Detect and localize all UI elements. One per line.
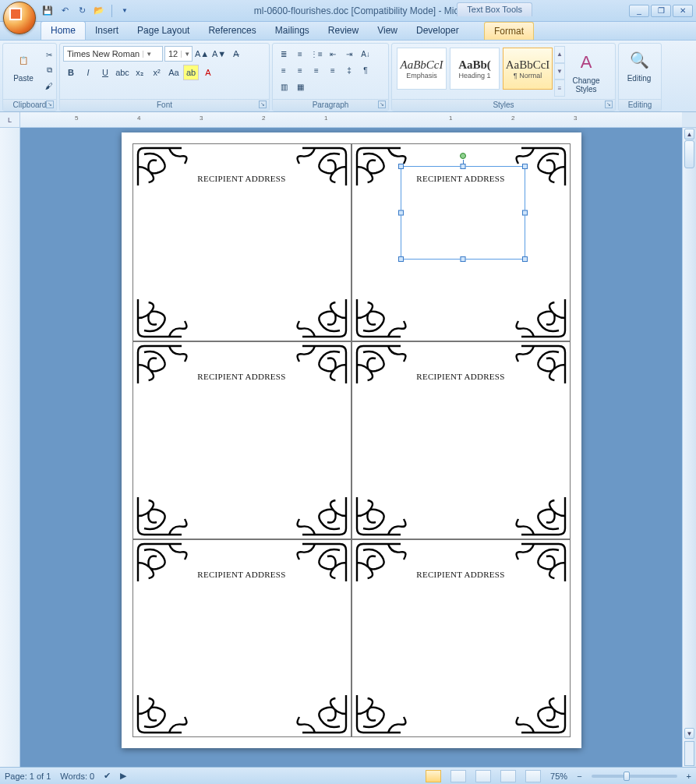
justify-button[interactable]: ≡ (325, 62, 341, 78)
horizontal-ruler[interactable]: 5 4 3 2 1 1 2 3 (20, 112, 682, 127)
zoom-value[interactable]: 75% (550, 772, 567, 781)
italic-button[interactable]: I (80, 65, 96, 80)
paragraph-dialog-icon[interactable]: ↘ (378, 101, 386, 108)
line-spacing-button[interactable]: ‡ (341, 62, 357, 78)
resize-handle[interactable] (398, 256, 404, 262)
status-words[interactable]: Words: 0 (60, 772, 94, 781)
scroll-down-button[interactable]: ▼ (684, 728, 694, 739)
editing-button[interactable]: 🔍 Editing (622, 46, 656, 84)
align-left-button[interactable]: ≡ (276, 62, 291, 78)
resize-handle[interactable] (398, 210, 404, 216)
align-center-button[interactable]: ≡ (292, 62, 308, 78)
decrease-indent-button[interactable]: ⇤ (325, 46, 341, 62)
zoom-out-button[interactable]: − (577, 772, 581, 781)
label-cell[interactable]: RECIPIENT ADDRESS (132, 539, 352, 737)
tab-mailings[interactable]: Mailings (266, 22, 319, 40)
tab-developer[interactable]: Developer (407, 22, 468, 40)
view-web-layout[interactable] (475, 770, 491, 782)
grow-font-button[interactable]: A▲ (194, 46, 210, 62)
tab-references[interactable]: References (199, 22, 265, 40)
scroll-up-button[interactable]: ▲ (684, 129, 694, 139)
zoom-slider[interactable] (592, 775, 677, 778)
label-cell[interactable]: RECIPIENT ADDRESS (132, 341, 352, 539)
style-heading1[interactable]: AaBb( Heading 1 (450, 48, 500, 90)
shrink-font-button[interactable]: A▼ (211, 46, 227, 62)
sort-button[interactable]: A↓ (358, 46, 373, 62)
resize-handle[interactable] (522, 210, 528, 216)
zoom-thumb[interactable] (624, 772, 630, 781)
office-button[interactable] (3, 2, 36, 34)
font-color-button[interactable]: A (200, 65, 216, 80)
paste-button[interactable]: 📋 Paste (6, 46, 41, 84)
clear-formatting-button[interactable]: A̶ (228, 46, 244, 62)
copy-button[interactable]: ⧉ (42, 63, 56, 77)
textbox-selection[interactable] (401, 166, 525, 260)
strikethrough-button[interactable]: abc (115, 65, 130, 80)
font-name-combo[interactable]: Times New Roman▼ (63, 46, 163, 62)
resize-handle[interactable] (522, 256, 528, 262)
browse-object-nav[interactable] (684, 741, 694, 766)
tab-home[interactable]: Home (41, 21, 86, 40)
bullets-button[interactable]: ≣ (276, 46, 291, 62)
macro-icon[interactable]: ▶ (120, 771, 126, 781)
resize-handle[interactable] (522, 164, 528, 169)
styles-scroll-down[interactable]: ▼ (554, 63, 565, 80)
tab-page-layout[interactable]: Page Layout (128, 22, 199, 40)
resize-handle[interactable] (460, 256, 465, 262)
show-marks-button[interactable]: ¶ (358, 62, 373, 78)
qat-customize-icon[interactable]: ▼ (118, 4, 132, 18)
close-button[interactable]: ✕ (673, 5, 693, 17)
zoom-in-button[interactable]: + (687, 772, 691, 781)
resize-handle[interactable] (460, 164, 465, 169)
tab-selector[interactable]: L (0, 112, 20, 127)
vertical-ruler[interactable] (0, 128, 20, 767)
tab-format[interactable]: Format (484, 22, 534, 40)
redo-icon[interactable]: ↻ (75, 4, 89, 18)
multilevel-button[interactable]: ⋮≡ (309, 46, 324, 62)
change-case-button[interactable]: Aa (166, 65, 182, 80)
document-area[interactable]: RECIPIENT ADDRESS RECIPIENT ADDRESS (20, 128, 682, 767)
scrollbar-thumb[interactable] (684, 140, 694, 168)
tab-review[interactable]: Review (319, 22, 368, 40)
label-cell-selected[interactable]: RECIPIENT ADDRESS (352, 143, 571, 341)
bold-button[interactable]: B (63, 65, 79, 80)
undo-icon[interactable]: ↶ (58, 4, 72, 18)
cut-button[interactable]: ✂ (42, 48, 56, 62)
save-icon[interactable]: 💾 (41, 4, 55, 18)
font-size-combo[interactable]: 12▼ (164, 46, 193, 62)
change-styles-button[interactable]: A Change Styles (565, 46, 607, 97)
align-right-button[interactable]: ≡ (309, 62, 324, 78)
styles-expand[interactable]: ≡ (554, 79, 565, 97)
styles-scroll-up[interactable]: ▲ (554, 46, 565, 63)
highlight-button[interactable]: ab (183, 65, 199, 80)
folder-icon[interactable]: 📂 (92, 4, 106, 18)
format-painter-button[interactable]: 🖌 (42, 79, 56, 93)
label-cell[interactable]: RECIPIENT ADDRESS (352, 341, 571, 539)
vertical-scrollbar[interactable]: ▲ ▼ (682, 128, 696, 767)
restore-button[interactable]: ❐ (651, 5, 671, 17)
numbering-button[interactable]: ≡ (292, 46, 308, 62)
clipboard-dialog-icon[interactable]: ↘ (46, 101, 54, 108)
borders-button[interactable]: ▦ (292, 79, 308, 94)
superscript-button[interactable]: x² (149, 65, 164, 80)
style-emphasis[interactable]: AaBbCcI Emphasis (397, 48, 447, 90)
shading-button[interactable]: ▥ (276, 79, 291, 94)
view-draft[interactable] (525, 770, 541, 782)
tab-view[interactable]: View (368, 22, 407, 40)
subscript-button[interactable]: x₂ (132, 65, 147, 80)
font-dialog-icon[interactable]: ↘ (259, 101, 267, 108)
status-page[interactable]: Page: 1 of 1 (5, 772, 51, 781)
resize-handle[interactable] (398, 164, 404, 169)
label-cell[interactable]: RECIPIENT ADDRESS (132, 143, 352, 341)
rotate-handle[interactable] (460, 153, 466, 159)
view-outline[interactable] (500, 770, 516, 782)
underline-button[interactable]: U (97, 65, 113, 80)
styles-dialog-icon[interactable]: ↘ (605, 101, 613, 108)
proofing-icon[interactable]: ✔ (104, 771, 111, 781)
label-cell[interactable]: RECIPIENT ADDRESS (352, 539, 571, 737)
view-full-screen[interactable] (450, 770, 466, 782)
style-normal[interactable]: AaBbCcI ¶ Normal (503, 48, 553, 90)
view-print-layout[interactable] (426, 770, 441, 782)
increase-indent-button[interactable]: ⇥ (341, 46, 357, 62)
tab-insert[interactable]: Insert (86, 22, 128, 40)
